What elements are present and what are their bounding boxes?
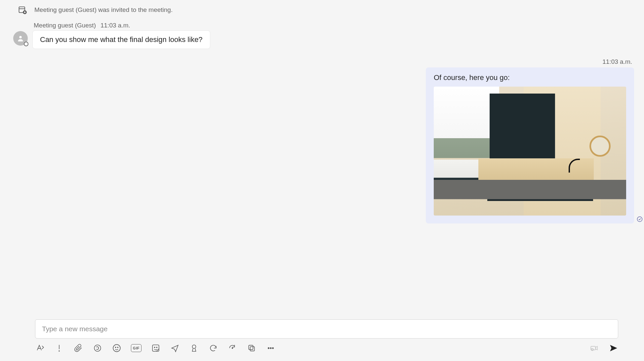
compose-area: GIF xyxy=(0,319,644,361)
sticker-button[interactable] xyxy=(151,343,161,353)
attach-button[interactable] xyxy=(73,343,83,353)
mirror-decor xyxy=(589,136,611,157)
faucet-decor xyxy=(569,159,580,173)
system-event-row: Meeting guest (Guest) was invited to the… xyxy=(18,5,637,15)
compose-toolbar: GIF xyxy=(35,343,618,353)
send-button[interactable] xyxy=(608,343,618,353)
priority-button[interactable] xyxy=(54,343,64,353)
read-receipt-icon xyxy=(637,216,643,222)
video-clip-button[interactable] xyxy=(589,343,599,353)
svg-point-15 xyxy=(156,347,157,348)
more-button[interactable] xyxy=(266,343,276,353)
svg-point-21 xyxy=(270,347,271,348)
presence-indicator-icon xyxy=(24,42,28,46)
schedule-send-icon[interactable] xyxy=(170,343,180,353)
gif-button[interactable]: GIF xyxy=(131,344,141,352)
self-message-text: Of course, here you go: xyxy=(434,73,626,82)
updates-button[interactable] xyxy=(227,343,237,353)
guest-message-row: Can you show me what the final design lo… xyxy=(13,30,637,49)
svg-point-6 xyxy=(637,217,642,222)
svg-rect-19 xyxy=(249,345,253,349)
svg-point-12 xyxy=(117,347,118,348)
guest-sender-name: Meeting guest (Guest) xyxy=(34,22,96,29)
svg-point-20 xyxy=(268,347,269,348)
copy-button[interactable] xyxy=(247,343,257,353)
image-attachment[interactable] xyxy=(434,87,626,216)
guest-message-text: Can you show me what the final design lo… xyxy=(40,35,203,44)
loop-button[interactable] xyxy=(93,343,102,353)
approvals-button[interactable] xyxy=(189,343,199,353)
guest-message-bubble[interactable]: Can you show me what the final design lo… xyxy=(32,30,210,49)
emoji-button[interactable] xyxy=(112,343,122,353)
svg-rect-13 xyxy=(152,345,159,351)
svg-point-5 xyxy=(19,36,21,38)
kitchen-design-image xyxy=(434,87,626,216)
svg-point-11 xyxy=(115,347,116,348)
chat-container: Meeting guest (Guest) was invited to the… xyxy=(0,0,644,361)
message-input[interactable] xyxy=(42,325,611,333)
svg-point-16 xyxy=(192,345,196,348)
guest-message-time: 11:03 a.m. xyxy=(101,22,130,29)
svg-point-10 xyxy=(113,344,120,352)
format-button[interactable] xyxy=(35,343,45,353)
svg-point-14 xyxy=(154,347,155,348)
svg-rect-18 xyxy=(250,347,255,351)
svg-point-8 xyxy=(59,350,60,351)
guest-avatar[interactable] xyxy=(13,31,28,46)
svg-point-24 xyxy=(591,348,593,351)
message-list: Meeting guest (Guest) was invited to the… xyxy=(0,0,644,319)
svg-point-9 xyxy=(94,345,101,351)
self-message-bubble[interactable]: Of course, here you go: xyxy=(426,67,634,223)
viva-button[interactable] xyxy=(208,343,218,353)
svg-point-22 xyxy=(272,347,273,348)
gif-label: GIF xyxy=(133,346,140,350)
system-event-text: Meeting guest (Guest) was invited to the… xyxy=(34,6,173,14)
compose-box[interactable] xyxy=(35,319,618,339)
svg-point-17 xyxy=(232,347,233,349)
calendar-add-icon xyxy=(18,5,27,15)
self-message-time: 11:03 a.m. xyxy=(602,58,632,65)
self-message-block: 11:03 a.m. Of course, here you go: xyxy=(13,58,637,223)
guest-message-header: Meeting guest (Guest) 11:03 a.m. xyxy=(34,22,637,29)
